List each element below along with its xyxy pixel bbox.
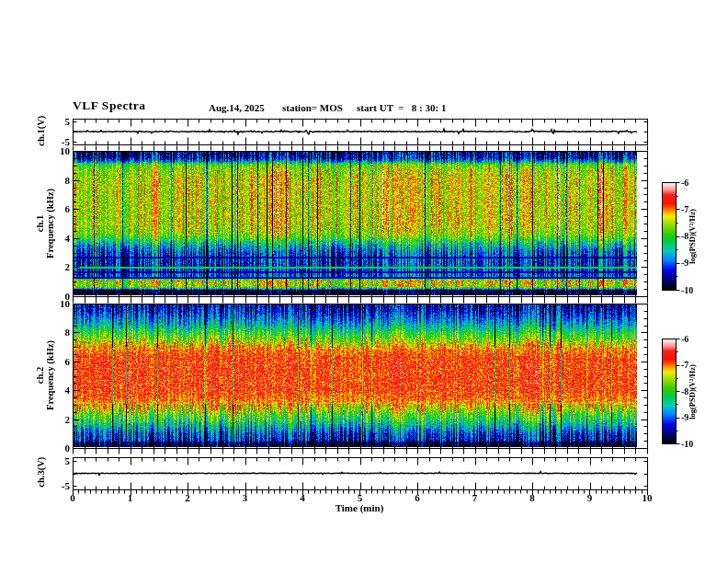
frequency-tick-label: 8 [42,175,70,186]
frequency-tick-label: 4 [42,385,70,396]
header-date: Aug.14, 2025 [209,103,265,113]
time-tick-label: 0 [61,492,85,503]
time-tick-label: 5 [348,492,372,503]
time-tick-label: 2 [176,492,199,503]
colorbar-tick-label: -8 [681,231,709,242]
frequency-tick-label: 2 [42,414,70,425]
frequency-tick-label: 6 [42,203,70,214]
colorbar-tick-label: -8 [681,386,709,397]
time-tick-label: 6 [405,492,429,503]
voltage-tick-label: -5 [42,136,70,147]
time-tick-label: 9 [578,492,602,503]
time-tick-label: 8 [520,492,544,503]
colorbar-tick-label: -6 [681,334,709,345]
time-tick-label: 1 [119,492,142,503]
time-tick-label: 7 [463,492,487,503]
time-tick-label: 10 [635,492,659,503]
colorbar-tick-label: -7 [681,204,709,215]
header-station: station= MOS [282,103,343,113]
frequency-tick-label: 2 [42,261,70,272]
colorbar-tick-label: -9 [681,258,709,269]
colorbar-tick-label: -7 [681,360,709,371]
frequency-tick-label: 8 [42,327,70,338]
colorbar-tick-label: -9 [681,412,709,423]
time-tick-label: 4 [290,492,314,503]
time-axis-label: Time (min) [313,503,405,513]
colorbar-tick-label: -6 [681,178,709,189]
frequency-tick-label: 10 [42,145,70,156]
colorbar-tick-label: -10 [681,439,709,450]
plot-title: VLF Spectra [73,99,146,112]
frequency-tick-label: 0 [42,442,70,454]
frequency-tick-label: 10 [42,298,70,309]
vlf-spectra-figure: VLF Spectra Aug.14, 2025 station= MOS st… [0,0,728,563]
header-start-ut: start UT = 8 : 30: 1 [357,103,446,113]
spectra-plot-canvas [0,0,728,563]
voltage-tick-label: 5 [42,116,70,127]
frequency-tick-label: 6 [42,356,70,367]
voltage-tick-label: 5 [42,455,70,466]
voltage-tick-label: -5 [42,480,70,491]
colorbar-tick-label: -10 [681,285,709,296]
frequency-tick-label: 4 [42,233,70,244]
time-tick-label: 3 [233,492,257,503]
